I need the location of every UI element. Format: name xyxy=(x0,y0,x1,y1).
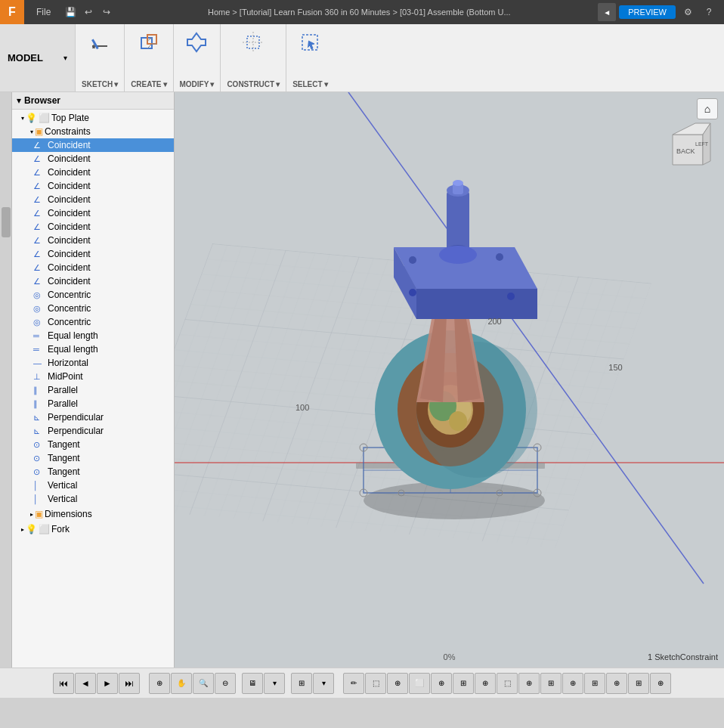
select-group-label[interactable]: SELECT ▾ xyxy=(292,80,327,88)
sketch-tool-13[interactable]: ⊕ xyxy=(606,673,627,694)
constraint-item[interactable]: ◎ Concentric xyxy=(12,315,174,329)
preview-btn[interactable]: PREVIEW xyxy=(619,5,676,19)
home-btn[interactable]: ⌂ xyxy=(697,98,718,119)
constraint-item[interactable]: ⊙ Tangent xyxy=(12,465,174,479)
constraint-item[interactable]: ∠ Coincident xyxy=(12,234,174,247)
constraint-item[interactable]: │ Vertical xyxy=(12,492,174,506)
nav-prev-btn[interactable]: ◄ xyxy=(75,673,96,694)
sketch-tool-11[interactable]: ⊕ xyxy=(562,673,583,694)
constraint-item[interactable]: ∥ Parallel xyxy=(12,397,174,410)
sketch-tool-1[interactable]: ✏ xyxy=(343,673,364,694)
sketch-chevron-icon: ▾ xyxy=(114,80,118,88)
sketch-tool-12[interactable]: ⊞ xyxy=(584,673,605,694)
light-icon: 💡 xyxy=(26,113,37,123)
sketch-tool-4[interactable]: ⬜ xyxy=(409,673,430,694)
create-btn[interactable] xyxy=(132,27,166,57)
sketch-tool-8[interactable]: ⬚ xyxy=(497,673,518,694)
sketch-tool-2[interactable]: ⬚ xyxy=(365,673,386,694)
constraint-item[interactable]: ∠ Coincident xyxy=(12,274,174,288)
pan-btn[interactable]: ✋ xyxy=(171,673,192,694)
svg-point-42 xyxy=(409,289,416,296)
sketch-tool-6[interactable]: ⊞ xyxy=(453,673,474,694)
redo-icon[interactable]: ↪ xyxy=(99,5,114,20)
fork-item[interactable]: ▸ 💡 ⬜ Fork xyxy=(12,522,174,536)
orbit-btn[interactable]: ⊕ xyxy=(149,673,170,694)
constraint-item[interactable]: ⊾ Perpendicular xyxy=(12,410,174,424)
constraint-item[interactable]: ∥ Parallel xyxy=(12,383,174,397)
sketch-tool-14[interactable]: ⊞ xyxy=(628,673,649,694)
settings-icon[interactable]: ⚙ xyxy=(679,3,697,21)
constraint-icon: ═ xyxy=(33,331,45,340)
constraint-item[interactable]: ∠ Coincident xyxy=(12,193,174,206)
constraints-folder[interactable]: ▾ ▣ Constraints xyxy=(12,125,174,138)
tree-root-item[interactable]: ▾ 💡 ⬜ Top Plate xyxy=(12,111,174,125)
constraint-item[interactable]: ◎ Concentric xyxy=(12,302,174,315)
zoom-out-btn[interactable]: ⊖ xyxy=(215,673,236,694)
sketch-tool-7[interactable]: ⊕ xyxy=(475,673,496,694)
construct-btn[interactable] xyxy=(237,27,270,57)
modify-group-label[interactable]: MODIFY ▾ xyxy=(180,80,215,88)
create-chevron-icon: ▾ xyxy=(163,80,167,88)
nav-next-btn[interactable]: ► xyxy=(97,673,118,694)
constraint-icon: ∠ xyxy=(33,209,45,218)
sketch-btn[interactable] xyxy=(83,27,116,57)
constraint-item[interactable]: │ Vertical xyxy=(12,479,174,492)
constraint-icon: ∥ xyxy=(33,399,45,409)
construct-group-label[interactable]: CONSTRUCT ▾ xyxy=(227,80,280,88)
scroll-thumb[interactable] xyxy=(2,207,11,237)
display-mode-btn[interactable]: 🖥 xyxy=(242,673,263,694)
sketch-tool-10[interactable]: ⊞ xyxy=(540,673,562,694)
constraint-icon: ∠ xyxy=(33,236,45,246)
constraint-label: Coincident xyxy=(48,221,91,232)
constraint-icon: ∠ xyxy=(33,263,45,273)
dimensions-folder[interactable]: ▸ ▣ Dimensions xyxy=(12,507,174,521)
constraint-item[interactable]: ═ Equal length xyxy=(12,329,174,342)
constraint-icon: ∠ xyxy=(33,141,45,150)
sketch-tool-9[interactable]: ⊕ xyxy=(518,673,540,694)
zoom-in-btn[interactable]: 🔍 xyxy=(193,673,214,694)
constraint-icon: ◎ xyxy=(33,304,45,314)
save-icon[interactable]: 💾 xyxy=(63,5,78,20)
help-icon[interactable]: ? xyxy=(700,3,718,21)
browser-header[interactable]: ▾ Browser xyxy=(12,92,174,110)
constraint-label: Coincident xyxy=(48,194,91,205)
constraint-item[interactable]: ∠ Coincident xyxy=(12,247,174,261)
create-group-label[interactable]: CREATE ▾ xyxy=(131,80,166,88)
nav-last-btn[interactable]: ⏭ xyxy=(119,673,140,694)
constraint-item[interactable]: ∠ Coincident xyxy=(12,261,174,274)
constraint-item[interactable]: ∠ Coincident xyxy=(12,138,174,152)
constraint-item[interactable]: ∠ Coincident xyxy=(12,166,174,179)
constraint-item[interactable]: ⊾ Perpendicular xyxy=(12,424,174,438)
file-menu[interactable]: File xyxy=(30,4,57,20)
constraint-item[interactable]: ⊙ Tangent xyxy=(12,451,174,465)
undo-icon[interactable]: ↩ xyxy=(81,5,96,20)
sketch-tool-5[interactable]: ⊕ xyxy=(431,673,452,694)
constraint-item[interactable]: ∠ Coincident xyxy=(12,206,174,220)
cube-navigator[interactable]: BACK LEFT xyxy=(657,119,718,180)
select-btn[interactable] xyxy=(293,27,326,57)
sketch-tool-3[interactable]: ⊕ xyxy=(387,673,408,694)
browser-label: Browser xyxy=(24,95,60,106)
constraint-item[interactable]: ∠ Coincident xyxy=(12,152,174,166)
constraint-item[interactable]: ═ Equal length xyxy=(12,342,174,356)
display-chevron-btn[interactable]: ▾ xyxy=(264,673,285,694)
sketch-group-label[interactable]: SKETCH ▾ xyxy=(82,80,118,88)
constraint-item[interactable]: ∠ Coincident xyxy=(12,179,174,193)
constraint-item[interactable]: ⊥ MidPoint xyxy=(12,370,174,383)
nav-first-btn[interactable]: ⏮ xyxy=(53,673,74,694)
nav-back-btn[interactable]: ◄ xyxy=(598,3,616,21)
constraint-icon: ∠ xyxy=(33,249,45,259)
constraint-item[interactable]: ⊙ Tangent xyxy=(12,438,174,451)
viewport[interactable]: 100 200 150 ⌂ BACK LEFT 0% 1 SketchConst… xyxy=(175,92,724,668)
left-scrollbar[interactable] xyxy=(0,92,12,668)
constraint-item[interactable]: ∠ Coincident xyxy=(12,220,174,234)
modify-btn[interactable] xyxy=(180,27,213,57)
model-selector[interactable]: MODEL ▾ xyxy=(0,24,76,91)
svg-point-41 xyxy=(496,253,503,261)
view-layout-chevron-btn[interactable]: ▾ xyxy=(313,673,334,694)
view-layout-btn[interactable]: ⊞ xyxy=(291,673,312,694)
constraint-item[interactable]: ◎ Concentric xyxy=(12,288,174,302)
constraint-item[interactable]: — Horizontal xyxy=(12,356,174,370)
constraint-label: Coincident xyxy=(48,181,91,191)
sketch-tool-15[interactable]: ⊕ xyxy=(650,673,671,694)
